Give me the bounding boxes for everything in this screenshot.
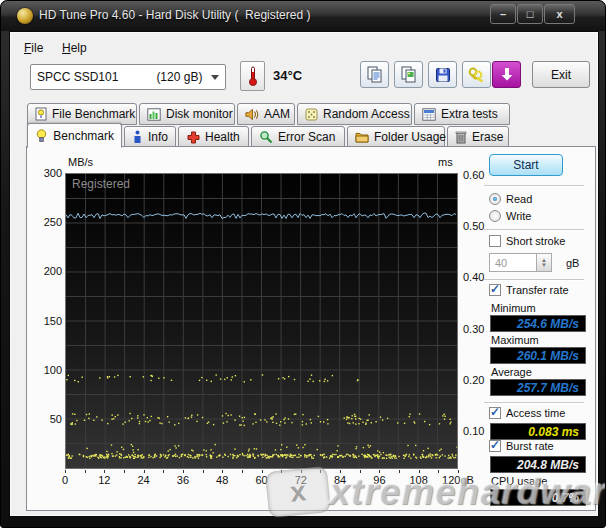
folder-icon (355, 130, 369, 144)
x-axis-minor-tick (163, 470, 164, 473)
options-button[interactable] (462, 61, 491, 88)
y-axis-right-tick: 0.20 (463, 374, 484, 386)
disk-monitor-icon (147, 107, 161, 121)
burst-rate-value: 204.8 MB/s (490, 456, 586, 473)
x-axis-minor-tick (104, 470, 105, 473)
tab-label: AAM (264, 107, 290, 121)
left-axis-unit: MB/s (68, 156, 93, 168)
temperature-button[interactable] (240, 61, 265, 91)
stroke-size-stepper[interactable]: ▲ ▼ (537, 253, 552, 272)
y-axis-left-tick: 50 (28, 413, 62, 425)
tab-benchmark[interactable]: Benchmark (27, 123, 122, 148)
x-axis-minor-tick (242, 470, 243, 473)
x-axis-tick: 36 (163, 474, 203, 486)
maximum-value: 260.1 MB/s (490, 347, 586, 364)
burst-rate-label: Burst rate (506, 440, 554, 452)
x-axis-tick: 72 (281, 474, 321, 486)
tab-info[interactable]: Info (124, 126, 176, 148)
drive-select-dropdown[interactable]: SPCC SSD101 (120 gB) (30, 64, 226, 90)
burst-rate-checkbox[interactable]: Burst rate (489, 440, 554, 452)
copy-image-button[interactable] (394, 61, 423, 88)
x-axis-tick: 84 (320, 474, 360, 486)
y-axis-left-tick: 100 (28, 364, 62, 376)
y-axis-left-tick: 300 (28, 167, 62, 179)
start-button[interactable]: Start (489, 154, 563, 176)
spinner-down-icon: ▼ (541, 263, 547, 268)
y-axis-left-tick: 200 (28, 265, 62, 277)
tab-label: Error Scan (278, 130, 335, 144)
tab-extra-tests[interactable]: Extra tests (414, 103, 510, 125)
x-axis-minor-tick (438, 470, 439, 473)
health-cross-icon (186, 130, 200, 144)
separator (484, 229, 584, 231)
short-stroke-checkbox[interactable]: Short stroke (489, 235, 565, 247)
x-axis-tick: 120gB (438, 474, 478, 486)
x-axis-tick: 60 (242, 474, 282, 486)
stroke-size-value: 40 (495, 257, 507, 269)
magnifier-icon (259, 130, 273, 144)
x-axis-minor-tick (301, 470, 302, 473)
read-radio[interactable]: Read (489, 193, 532, 205)
tab-file-benchmark[interactable]: File Benchmark (27, 103, 137, 125)
close-button[interactable]: x (544, 4, 575, 24)
tab-label: Info (148, 130, 168, 144)
exit-button[interactable]: Exit (532, 61, 590, 88)
y-axis-right-tick: 0.60 (463, 169, 484, 181)
tab-label: Erase (472, 130, 503, 144)
x-axis-minor-tick (458, 470, 459, 473)
tab-label: Health (205, 130, 240, 144)
menu-help[interactable]: Help (58, 39, 91, 57)
file-benchmark-icon (35, 107, 47, 121)
stroke-size-input[interactable]: 40 (489, 253, 537, 272)
app-icon (17, 8, 33, 24)
average-label: Average (491, 366, 532, 378)
app-window: HD Tune Pro 4.60 - Hard Disk Utility ( R… (0, 0, 606, 528)
update-arrow-icon (500, 67, 514, 82)
plot-canvas (66, 174, 457, 468)
tab-label: Extra tests (441, 107, 498, 121)
title-bar: HD Tune Pro 4.60 - Hard Disk Utility ( R… (1, 1, 605, 31)
tab-health[interactable]: Health (178, 126, 249, 148)
x-axis-minor-tick (85, 470, 86, 473)
minimum-label: Minimum (491, 302, 536, 314)
trash-icon (455, 130, 467, 144)
tab-folder-usage[interactable]: Folder Usage (347, 126, 445, 148)
menu-file[interactable]: File (20, 39, 47, 57)
window-title: HD Tune Pro 4.60 - Hard Disk Utility ( R… (39, 8, 310, 22)
save-button[interactable] (428, 61, 457, 88)
minimize-button[interactable]: – (490, 4, 516, 24)
access-time-checkbox[interactable]: Access time (489, 407, 565, 419)
copy-text-button[interactable] (360, 61, 389, 88)
y-axis-right-tick: 0.10 (463, 425, 484, 437)
x-axis-minor-tick (222, 470, 223, 473)
maximize-button[interactable]: □ (517, 4, 543, 24)
x-axis-tick: 0 (45, 474, 85, 486)
x-axis-minor-tick (65, 470, 66, 473)
write-radio[interactable]: Write (489, 210, 531, 222)
tab-label: File Benchmark (52, 107, 135, 121)
short-stroke-label: Short stroke (506, 235, 565, 247)
checkbox-checked-icon (489, 440, 501, 452)
tab-disk-monitor[interactable]: Disk monitor (139, 103, 235, 125)
checkbox-checked-icon (489, 284, 501, 296)
minimum-value: 254.6 MB/s (490, 315, 586, 332)
update-button[interactable] (492, 61, 521, 88)
separator (484, 279, 584, 281)
registered-watermark: Registered (72, 177, 130, 191)
benchmark-controls-panel: Start Read Write Short stroke 40 ▲ ▼ (484, 150, 588, 495)
tab-error-scan[interactable]: Error Scan (251, 126, 345, 148)
x-axis-tick: 108 (399, 474, 439, 486)
x-axis-minor-tick (399, 470, 400, 473)
options-keys-icon (468, 67, 485, 83)
x-axis-tick: 48 (202, 474, 242, 486)
x-axis-tick: 96 (359, 474, 399, 486)
tab-aam[interactable]: AAM (237, 103, 295, 125)
benchmark-plot (65, 173, 458, 469)
x-axis-minor-tick (124, 470, 125, 473)
y-axis-left-tick: 250 (28, 216, 62, 228)
right-axis-unit: ms (438, 156, 453, 168)
transfer-rate-checkbox[interactable]: Transfer rate (489, 284, 569, 296)
tab-random-access[interactable]: Random Access (297, 103, 412, 125)
y-axis-right-tick: 0.40 (463, 271, 484, 283)
tab-erase[interactable]: Erase (447, 126, 509, 148)
